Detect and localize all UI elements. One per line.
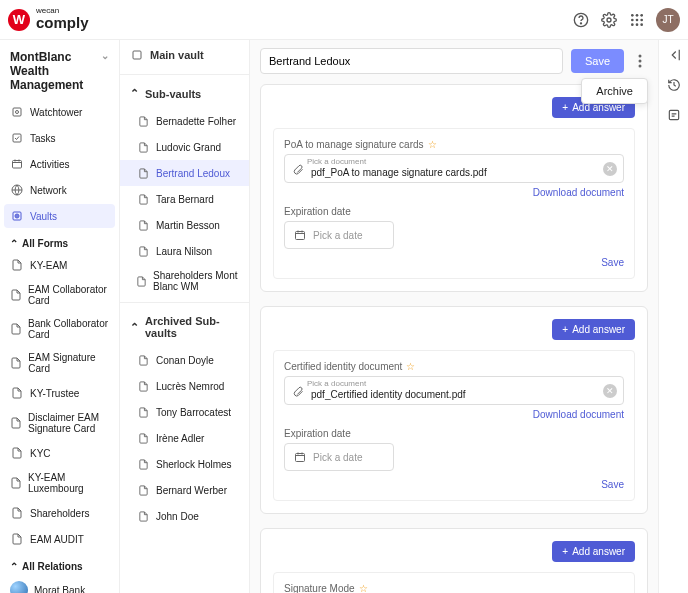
form-item[interactable]: KY-EAM: [4, 253, 115, 277]
detail-pane: Save Archive + Add answer PoA to manage …: [250, 40, 658, 593]
download-link[interactable]: Download document: [284, 187, 624, 198]
form-item[interactable]: Disclaimer EAM Signature Card: [4, 407, 115, 439]
doc-icon: [10, 532, 24, 546]
add-answer-button[interactable]: + Add answer: [552, 541, 635, 562]
archived-item[interactable]: John Doe: [120, 503, 249, 529]
svg-point-10: [636, 23, 639, 26]
sub-vault-item[interactable]: Shareholders Mont Blanc WM: [120, 264, 249, 298]
tasks-panel-icon[interactable]: [665, 106, 683, 124]
archive-menu-item[interactable]: Archive: [581, 78, 648, 104]
vaults-icon: [10, 209, 24, 223]
file-name: pdf_PoA to manage signature cards.pdf: [311, 167, 487, 178]
save-button[interactable]: Save: [571, 49, 624, 73]
sub-vault-item[interactable]: Laura Nilson: [120, 238, 249, 264]
sub-vault-item[interactable]: Bertrand Ledoux: [120, 160, 249, 186]
file-icon: [136, 405, 150, 419]
settings-icon[interactable]: [600, 11, 618, 29]
chevron-up-icon: ⌃: [130, 321, 139, 334]
date-picker[interactable]: Pick a date: [284, 221, 394, 249]
brand-text: wecan comply: [36, 8, 89, 31]
svg-rect-19: [133, 51, 141, 59]
bank-avatar-icon: [10, 581, 28, 593]
archived-header[interactable]: ⌃ Archived Sub-vaults: [120, 307, 249, 347]
svg-rect-12: [13, 108, 21, 116]
question-card: + Add answer Signature Mode ☆ Individual…: [260, 528, 648, 593]
file-icon: [136, 509, 150, 523]
attachment-icon: [291, 384, 305, 398]
form-item[interactable]: EAM Collaborator Card: [4, 279, 115, 311]
doc-icon: [10, 288, 22, 302]
section-save-link[interactable]: Save: [284, 479, 624, 490]
add-answer-button[interactable]: + Add answer: [552, 319, 635, 340]
main-vault-link[interactable]: Main vault: [120, 40, 249, 70]
svg-point-21: [639, 60, 642, 63]
user-avatar[interactable]: JT: [656, 8, 680, 32]
nav-tasks[interactable]: Tasks: [4, 126, 115, 150]
svg-point-3: [631, 14, 634, 17]
sub-vault-item[interactable]: Bernadette Folher: [120, 108, 249, 134]
svg-point-7: [636, 18, 639, 21]
svg-rect-14: [13, 134, 21, 142]
help-icon[interactable]: [572, 11, 590, 29]
svg-point-4: [636, 14, 639, 17]
archived-item[interactable]: Sherlock Holmes: [120, 451, 249, 477]
form-item[interactable]: KY-EAM Luxembourg: [4, 467, 115, 499]
svg-point-8: [640, 18, 643, 21]
svg-point-9: [631, 23, 634, 26]
svg-point-2: [607, 18, 611, 22]
section-save-link[interactable]: Save: [284, 257, 624, 268]
chevron-down-icon: ⌃: [10, 238, 18, 249]
history-icon[interactable]: [665, 76, 683, 94]
nav-activities[interactable]: Activities: [4, 152, 115, 176]
relations-section-header[interactable]: ⌃ All Relations: [4, 553, 115, 576]
archived-item[interactable]: Bernard Werber: [120, 477, 249, 503]
svg-point-1: [580, 22, 581, 23]
vault-icon: [130, 48, 144, 62]
sub-vault-item[interactable]: Martin Besson: [120, 212, 249, 238]
question-card: + Add answer PoA to manage signature car…: [260, 84, 648, 292]
apps-icon[interactable]: [628, 11, 646, 29]
archived-item[interactable]: Irène Adler: [120, 425, 249, 451]
form-item[interactable]: Bank Collaborator Card: [4, 313, 115, 345]
question-card: + Add answer Certified identity document…: [260, 306, 648, 514]
relation-item[interactable]: Morat Bank: [4, 576, 115, 593]
org-selector[interactable]: MontBlanc Wealth Management⌄: [4, 46, 115, 100]
expiration-label: Expiration date: [284, 428, 624, 439]
archived-item[interactable]: Tony Barrocatest: [120, 399, 249, 425]
file-name: pdf_Certified identity document.pdf: [311, 389, 466, 400]
archived-item[interactable]: Lucrès Nemrod: [120, 373, 249, 399]
form-item[interactable]: KYC: [4, 441, 115, 465]
nav-watchtower[interactable]: Watchtower: [4, 100, 115, 124]
form-item[interactable]: EAM AUDIT: [4, 527, 115, 551]
archived-item[interactable]: Conan Doyle: [120, 347, 249, 373]
activities-icon: [10, 157, 24, 171]
document-picker[interactable]: Pick a document pdf_PoA to manage signat…: [284, 154, 624, 183]
clear-file-button[interactable]: ✕: [603, 162, 617, 176]
file-icon: [136, 431, 150, 445]
doc-icon: [10, 476, 22, 490]
nav-network[interactable]: Network: [4, 178, 115, 202]
form-item[interactable]: Shareholders: [4, 501, 115, 525]
file-icon: [136, 244, 150, 258]
document-picker[interactable]: Pick a document pdf_Certified identity d…: [284, 376, 624, 405]
vault-title-input[interactable]: [260, 48, 563, 74]
sub-vault-item[interactable]: Ludovic Grand: [120, 134, 249, 160]
right-rail: [658, 40, 688, 593]
sub-vaults-header[interactable]: ⌃ Sub-vaults: [120, 79, 249, 108]
file-icon: [136, 114, 150, 128]
nav-vaults[interactable]: Vaults: [4, 204, 115, 228]
form-item[interactable]: KY-Trustee: [4, 381, 115, 405]
more-menu-button[interactable]: [632, 54, 648, 68]
date-picker[interactable]: Pick a date: [284, 443, 394, 471]
download-link[interactable]: Download document: [284, 409, 624, 420]
sub-vault-item[interactable]: Tara Bernard: [120, 186, 249, 212]
file-placeholder: Pick a document: [307, 379, 366, 388]
forms-section-header[interactable]: ⌃ All Forms: [4, 230, 115, 253]
form-item[interactable]: EAM Signature Card: [4, 347, 115, 379]
file-placeholder: Pick a document: [307, 157, 366, 166]
file-icon: [136, 379, 150, 393]
collapse-icon[interactable]: [665, 46, 683, 64]
clear-file-button[interactable]: ✕: [603, 384, 617, 398]
attachment-icon: [291, 162, 305, 176]
plus-icon: +: [562, 546, 568, 557]
